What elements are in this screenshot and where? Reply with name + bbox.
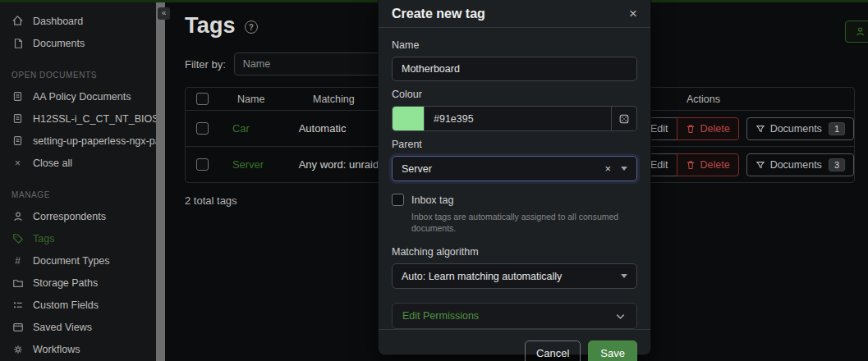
sidebar-item-saved-views[interactable]: Saved Views xyxy=(0,316,156,338)
trash-icon xyxy=(686,124,696,134)
select-all-checkbox[interactable] xyxy=(196,93,209,105)
row-checkbox[interactable] xyxy=(196,158,209,171)
sidebar-item-label: Saved Views xyxy=(33,322,92,333)
edit-permissions-accordion[interactable]: Edit Permissions xyxy=(392,303,637,329)
sidebar-item-correspondents[interactable]: Correspondents xyxy=(0,205,156,227)
sidebar-collapse-button[interactable]: « xyxy=(158,7,170,20)
sidebar-item-label: Custom Fields xyxy=(33,299,99,311)
sidebar-item-label: Document Types xyxy=(33,255,110,267)
document-text-icon xyxy=(11,112,24,125)
sidebar-item-label: Documents xyxy=(33,38,85,49)
open-doc-label: setting-up-paperless-ngx-part-one xyxy=(33,135,156,147)
sidebar-item-tags[interactable]: Tags xyxy=(0,227,156,249)
sidebar-item-storage-paths[interactable]: Storage Paths xyxy=(0,272,156,294)
inbox-tag-hint: Inbox tags are automatically assigned to… xyxy=(411,211,637,234)
modal-body: Name Colour Parent Server × Inbox tag In… xyxy=(379,28,650,329)
colour-hex-input[interactable] xyxy=(424,106,612,131)
help-icon[interactable]: ? xyxy=(245,21,258,34)
funnel-icon xyxy=(755,124,765,134)
sidebar-item-label: Workflows xyxy=(33,344,80,355)
tag-name-input[interactable] xyxy=(392,57,637,81)
file-icon xyxy=(11,37,24,49)
sidebar-open-doc-1[interactable]: AA Policy Documents xyxy=(0,85,156,107)
sidebar-close-all[interactable]: × Close all xyxy=(0,152,156,174)
close-icon[interactable]: × xyxy=(629,7,637,21)
tag-name-link[interactable]: Server xyxy=(232,158,264,171)
sidebar-section-open-documents: OPEN DOCUMENTS xyxy=(0,71,156,80)
sidebar-open-doc-2[interactable]: H12SSL-i_C_CT_NT_BIOS_3.3_rele... xyxy=(0,107,156,130)
delete-button[interactable]: Delete xyxy=(677,153,739,176)
column-header-name: Name xyxy=(237,94,313,105)
sidebar-item-dashboard[interactable]: Dashboard xyxy=(0,10,156,32)
home-icon xyxy=(11,15,24,27)
documents-button[interactable]: Documents 3 xyxy=(746,153,854,176)
tag-name-link[interactable]: Car xyxy=(232,122,250,135)
open-doc-label: AA Policy Documents xyxy=(33,91,131,103)
save-button[interactable]: Save xyxy=(588,340,637,361)
matching-algorithm-select[interactable]: Auto: Learn matching automatically xyxy=(392,263,637,289)
clear-icon[interactable]: × xyxy=(604,162,611,175)
sidebar-item-label: Dashboard xyxy=(33,16,83,27)
window-icon xyxy=(11,321,24,333)
document-count-badge: 3 xyxy=(829,158,845,171)
trash-icon xyxy=(686,160,696,170)
documents-button[interactable]: Documents 1 xyxy=(746,117,854,140)
document-text-icon xyxy=(11,135,24,147)
parent-selected-value: Server xyxy=(402,163,604,175)
cancel-button[interactable]: Cancel xyxy=(525,340,581,361)
person-icon xyxy=(855,26,866,37)
modal-footer: Cancel Save xyxy=(379,329,650,361)
hash-icon: # xyxy=(11,254,24,267)
row-checkbox[interactable] xyxy=(196,122,209,135)
column-header-actions: Actions xyxy=(687,94,854,105)
page-title: Tags xyxy=(185,13,236,39)
chevron-down-icon xyxy=(614,310,627,322)
sidebar-item-custom-fields[interactable]: Custom Fields xyxy=(0,294,156,316)
tag-icon xyxy=(11,232,24,244)
random-colour-dice-icon[interactable] xyxy=(612,106,637,131)
person-icon xyxy=(11,210,24,222)
sidebar-splitter[interactable] xyxy=(156,2,165,361)
modal-header: Create new tag × xyxy=(379,0,650,28)
document-text-icon xyxy=(11,90,24,103)
list-dots-icon xyxy=(11,299,24,311)
permissions-button[interactable]: Permissions xyxy=(845,21,868,43)
sidebar-section-manage: MANAGE xyxy=(0,190,156,199)
parent-label: Parent xyxy=(392,139,637,150)
modal-title: Create new tag xyxy=(392,7,485,21)
sidebar-item-documents[interactable]: Documents xyxy=(0,32,156,54)
sidebar-item-document-types[interactable]: # Document Types xyxy=(0,249,156,272)
inbox-tag-label: Inbox tag xyxy=(411,194,453,206)
delete-button[interactable]: Delete xyxy=(677,117,739,140)
filter-label: Filter by: xyxy=(185,58,226,71)
name-label: Name xyxy=(392,39,637,51)
edit-permissions-label: Edit Permissions xyxy=(402,310,479,322)
folder-icon xyxy=(11,276,24,289)
sidebar-item-workflows[interactable]: Workflows xyxy=(0,338,156,360)
inbox-tag-checkbox[interactable] xyxy=(392,194,404,206)
create-tag-modal: Create new tag × Name Colour Parent Serv… xyxy=(378,0,651,355)
document-count-badge: 1 xyxy=(829,122,845,135)
parent-select[interactable]: Server × xyxy=(392,156,637,181)
chevron-down-icon xyxy=(621,274,627,278)
sidebar-item-label: Storage Paths xyxy=(33,277,98,289)
sidebar-item-label: Tags xyxy=(33,233,54,244)
sidebar-item-label: Correspondents xyxy=(33,211,106,222)
funnel-icon xyxy=(755,160,765,170)
colour-label: Colour xyxy=(392,89,637,100)
sidebar-open-doc-3[interactable]: setting-up-paperless-ngx-part-one xyxy=(0,130,156,152)
matching-selected-value: Auto: Learn matching automatically xyxy=(402,271,621,282)
matching-algorithm-label: Matching algorithm xyxy=(392,246,637,258)
sidebar: Dashboard Documents OPEN DOCUMENTS AA Po… xyxy=(0,2,156,361)
colour-swatch xyxy=(392,106,424,131)
chevron-down-icon xyxy=(621,167,627,171)
gear-icon xyxy=(11,343,24,355)
close-all-label: Close all xyxy=(33,158,72,169)
open-doc-label: H12SSL-i_C_CT_NT_BIOS_3.3_rele... xyxy=(33,113,156,125)
close-icon: × xyxy=(11,157,24,169)
